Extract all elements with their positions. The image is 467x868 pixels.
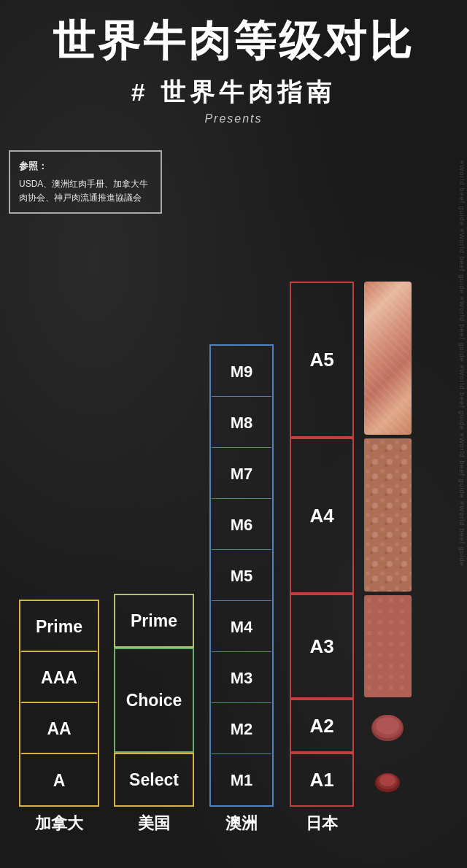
japan-a3-block: A3 xyxy=(290,594,354,699)
canada-prime: Prime xyxy=(20,601,98,652)
country-labels-row: 加拿大 美国 澳洲 日本 xyxy=(6,807,461,834)
svg-point-14 xyxy=(379,775,395,786)
canada-grades-block: Prime AAA AA A xyxy=(19,600,99,807)
japan-a1-block: A1 xyxy=(290,753,354,807)
meat-image-column xyxy=(362,282,413,807)
meat-icon-a1 xyxy=(373,756,402,807)
usa-choice-block: Choice xyxy=(114,648,194,753)
aus-m5: M5 xyxy=(211,550,272,601)
australia-grades-block: M9 M8 M7 M6 M5 M4 M3 M2 M1 xyxy=(209,344,274,807)
aus-m4: M4 xyxy=(211,601,272,652)
grade-columns: Prime AAA AA A Prime Choice Select xyxy=(6,136,461,807)
reference-title: 参照： xyxy=(19,159,152,174)
aus-m3: M3 xyxy=(211,652,272,703)
usa-column: Prime Choice Select xyxy=(107,594,201,807)
japan-a2: A2 xyxy=(291,700,352,751)
meat-image-top xyxy=(364,282,412,435)
meat-icon-a2 xyxy=(368,701,406,752)
aus-m7: M7 xyxy=(211,448,272,499)
page-title: 世界牛肉等级对比 xyxy=(0,0,467,76)
usa-select-block: Select xyxy=(114,753,194,807)
svg-rect-5 xyxy=(364,438,412,592)
japan-column: A5 A4 A3 A2 A1 xyxy=(282,282,362,807)
aus-m6: M6 xyxy=(211,499,272,550)
page-subtitle: # 世界牛肉指南 xyxy=(0,76,467,112)
japan-a4-block: A4 xyxy=(290,438,354,594)
canada-aaa: AAA xyxy=(20,652,98,703)
japan-a2-block: A2 xyxy=(290,699,354,753)
canada-label: 加拿大 xyxy=(12,813,107,834)
japan-a5: A5 xyxy=(291,283,352,436)
svg-point-11 xyxy=(376,717,399,735)
presents-text: Presents xyxy=(0,112,467,136)
australia-column: M9 M8 M7 M6 M5 M4 M3 M2 M1 xyxy=(201,344,282,807)
aus-m1: M1 xyxy=(211,754,272,805)
usa-prime: Prime xyxy=(115,595,193,646)
usa-label: 美国 xyxy=(107,813,201,834)
japan-a5-block: A5 xyxy=(290,282,354,438)
japan-a4: A4 xyxy=(291,439,352,592)
japan-a1: A1 xyxy=(291,754,352,805)
usa-select: Select xyxy=(115,754,193,805)
reference-body: USDA、澳洲红肉手册、加拿大牛肉协会、神戸肉流通推進協議会 xyxy=(19,177,152,205)
reference-box: 参照： USDA、澳洲红肉手册、加拿大牛肉协会、神戸肉流通推進協議会 xyxy=(9,150,162,214)
page-container: 世界牛肉等级对比 # 世界牛肉指南 Presents #World beef g… xyxy=(0,0,467,834)
usa-choice: Choice xyxy=(115,649,193,751)
aus-m9: M9 xyxy=(211,346,272,397)
canada-column: Prime AAA AA A xyxy=(12,600,107,807)
australia-label: 澳洲 xyxy=(201,813,282,834)
comparison-grid: 参照： USDA、澳洲红肉手册、加拿大牛肉协会、神戸肉流通推進協議会 Prime… xyxy=(0,136,467,834)
aus-m8: M8 xyxy=(211,397,272,448)
japan-a3: A3 xyxy=(291,595,352,697)
japan-label: 日本 xyxy=(282,813,362,834)
aus-m2: M2 xyxy=(211,703,272,754)
canada-a: A xyxy=(20,754,98,805)
svg-rect-8 xyxy=(364,595,412,697)
canada-aa: AA xyxy=(20,703,98,754)
usa-prime-block: Prime xyxy=(114,594,194,648)
